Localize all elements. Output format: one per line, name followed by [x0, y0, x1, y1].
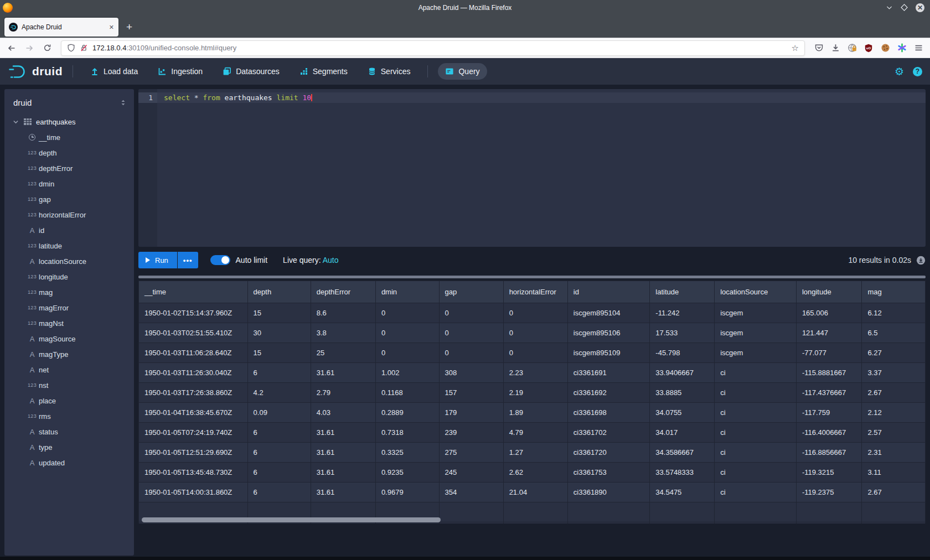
cell[interactable]: iscgem895109: [567, 343, 650, 363]
column-horizontalError[interactable]: 123horizontalError: [4, 207, 134, 222]
minimize-icon[interactable]: [886, 4, 893, 11]
nav-item-ingestion[interactable]: Ingestion: [151, 63, 210, 80]
cell[interactable]: ci: [715, 363, 797, 383]
cell[interactable]: 1.002: [375, 363, 439, 383]
column-header-gap[interactable]: gap: [439, 281, 503, 303]
cell[interactable]: -11.242: [650, 303, 715, 323]
cell[interactable]: 308: [439, 363, 503, 383]
cell[interactable]: 8.6: [311, 303, 375, 323]
cell[interactable]: 31.61: [311, 423, 375, 443]
query-editor[interactable]: 1 select * from earthquakes limit 10: [138, 89, 926, 247]
column-type[interactable]: Atype: [4, 439, 134, 455]
cell[interactable]: 25: [311, 343, 375, 363]
extension-icon[interactable]: [895, 41, 909, 55]
cell[interactable]: 33.8885: [650, 383, 715, 403]
cell[interactable]: 15: [247, 303, 311, 323]
cell[interactable]: 34.5475: [650, 483, 715, 502]
column-magNst[interactable]: 123magNst: [4, 315, 134, 331]
cell[interactable]: ci3361720: [567, 443, 650, 463]
druid-brand[interactable]: druid: [8, 64, 63, 79]
cell[interactable]: 0.3325: [375, 443, 439, 463]
column-header-latitude[interactable]: latitude: [650, 281, 715, 303]
cell[interactable]: 4.79: [503, 423, 567, 443]
column-updated[interactable]: Aupdated: [4, 455, 134, 470]
run-more-button[interactable]: •••: [178, 252, 198, 268]
cell[interactable]: ci3361698: [567, 403, 650, 423]
cell[interactable]: -119.3215: [796, 463, 862, 483]
cell[interactable]: iscgem895106: [567, 323, 650, 343]
cell[interactable]: ci3361890: [567, 483, 650, 502]
cell[interactable]: 0: [375, 343, 439, 363]
tab-close-icon[interactable]: ✕: [109, 24, 114, 31]
cell[interactable]: 15: [247, 343, 311, 363]
cell[interactable]: 1950-01-05T12:51:29.690Z: [139, 443, 248, 463]
cell[interactable]: 2.23: [503, 363, 567, 383]
cell[interactable]: iscgem: [715, 323, 797, 343]
column-magError[interactable]: 123magError: [4, 300, 134, 315]
live-query-value[interactable]: Auto: [323, 256, 339, 265]
cell[interactable]: 34.0755: [650, 403, 715, 423]
cell[interactable]: 31.61: [311, 363, 375, 383]
cell[interactable]: 0: [503, 343, 567, 363]
cell[interactable]: 1950-01-02T15:14:37.960Z: [139, 303, 248, 323]
column-longitude[interactable]: 123longitude: [4, 269, 134, 284]
cell[interactable]: 275: [439, 443, 503, 463]
download-circle-icon[interactable]: [916, 256, 926, 265]
chevron-down-icon[interactable]: [12, 118, 19, 126]
cell[interactable]: 1950-01-05T07:24:19.740Z: [139, 423, 248, 443]
tab-apache-druid[interactable]: Apache Druid ✕: [4, 18, 118, 37]
cell[interactable]: 2.67: [862, 383, 926, 403]
column-header-longitude[interactable]: longitude: [796, 281, 862, 303]
column-header-mag[interactable]: mag: [862, 281, 926, 303]
cell[interactable]: ci3361691: [567, 363, 650, 383]
cell[interactable]: 21.04: [503, 483, 567, 502]
help-icon[interactable]: ?: [913, 67, 922, 76]
cell[interactable]: 1950-01-05T13:45:48.730Z: [139, 463, 248, 483]
cell[interactable]: 121.447: [796, 323, 862, 343]
cell[interactable]: ci3361692: [567, 383, 650, 403]
cell[interactable]: 2.57: [862, 423, 926, 443]
cell[interactable]: 6: [247, 483, 311, 502]
nav-item-query[interactable]: Query: [438, 63, 487, 80]
cell[interactable]: 1950-01-03T11:06:28.640Z: [139, 343, 248, 363]
column-latitude[interactable]: 123latitude: [4, 238, 134, 253]
cell[interactable]: iscgem: [715, 343, 797, 363]
column-gap[interactable]: 123gap: [4, 191, 134, 207]
editor-code-area[interactable]: select * from earthquakes limit 10: [157, 89, 926, 247]
insecure-lock-icon[interactable]: [80, 44, 88, 52]
cell[interactable]: 2.67: [862, 483, 926, 502]
tracking-protection-shield-icon[interactable]: [67, 44, 75, 52]
column-header-locationSource[interactable]: locationSource: [715, 281, 797, 303]
maximize-icon[interactable]: [901, 4, 908, 11]
cell[interactable]: 1950-01-05T14:00:31.860Z: [139, 483, 248, 502]
cookie-icon[interactable]: [878, 41, 892, 55]
cell[interactable]: -116.4006667: [796, 423, 862, 443]
cell[interactable]: 6.5: [862, 323, 926, 343]
cell[interactable]: 1950-01-03T11:26:30.040Z: [139, 363, 248, 383]
column-dmin[interactable]: 123dmin: [4, 176, 134, 191]
table-earthquakes[interactable]: earthquakes: [4, 114, 134, 129]
cell[interactable]: 0: [439, 343, 503, 363]
cell[interactable]: 0.7318: [375, 423, 439, 443]
cell[interactable]: iscgem895104: [567, 303, 650, 323]
auto-limit-toggle[interactable]: [210, 255, 230, 265]
reload-icon[interactable]: [40, 41, 54, 55]
ublock-icon[interactable]: uO: [861, 41, 876, 55]
cell[interactable]: iscgem: [715, 303, 797, 323]
account-icon[interactable]: [845, 41, 859, 55]
url-bar[interactable]: 172.18.0.4:30109/unified-console.html#qu…: [61, 40, 805, 56]
cell[interactable]: 0: [439, 323, 503, 343]
column-header-horizontalError[interactable]: horizontalError: [503, 281, 567, 303]
cell[interactable]: -117.759: [796, 403, 862, 423]
cell[interactable]: 6: [247, 363, 311, 383]
cell[interactable]: 3.11: [862, 463, 926, 483]
cell[interactable]: 2.62: [503, 463, 567, 483]
column-place[interactable]: Aplace: [4, 393, 134, 408]
star-icon[interactable]: ☆: [792, 43, 799, 53]
column-id[interactable]: Aid: [4, 222, 134, 238]
cell[interactable]: 0.09: [247, 403, 311, 423]
editor-results-divider[interactable]: [138, 276, 926, 278]
cell[interactable]: ci: [715, 443, 797, 463]
cell[interactable]: 30: [247, 323, 311, 343]
cell[interactable]: -77.077: [796, 343, 862, 363]
